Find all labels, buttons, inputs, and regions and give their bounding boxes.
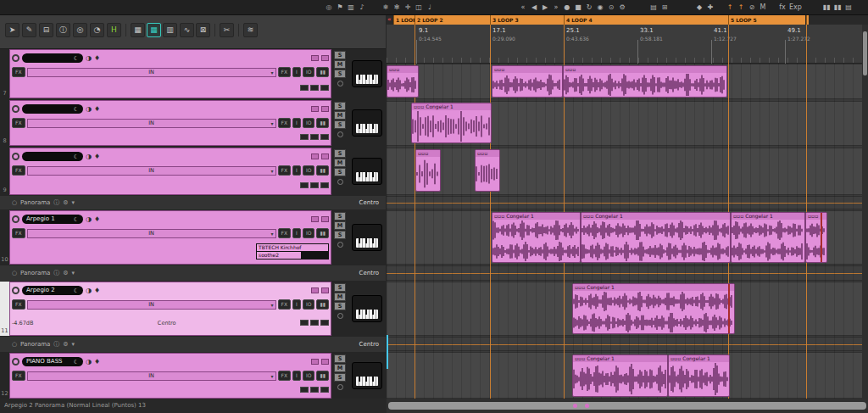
time-ruler[interactable]: 9.10:14.545 17.10:29.090 25.10:43.636 33… xyxy=(387,25,868,64)
input-select[interactable]: IN▾ xyxy=(27,371,276,381)
fx-chip[interactable]: FX xyxy=(278,371,292,381)
automation-circle[interactable] xyxy=(337,242,343,248)
target-icon[interactable]: ◎ xyxy=(325,0,333,15)
fx-chip[interactable]: FX xyxy=(278,118,292,128)
track-lane[interactable] xyxy=(387,148,868,195)
up-arrow-icon[interactable]: ↑ xyxy=(726,0,734,15)
audio-clip[interactable]: ▫▫▫ xyxy=(387,65,419,98)
mute-button[interactable]: M xyxy=(334,364,346,372)
horizontal-scrollbar[interactable] xyxy=(387,399,868,413)
track-header[interactable]: 9 ☾ ◑ ♦ FX IN▾ FXIIO▮▮ SMS xyxy=(0,148,386,195)
track-name-field[interactable]: ☾ xyxy=(22,104,83,114)
pan-knob-icon[interactable]: ◑ xyxy=(86,358,92,366)
automation-circle[interactable] xyxy=(337,384,343,390)
draw-tool[interactable]: ✎ xyxy=(22,23,36,37)
pan-knob-icon[interactable]: ◑ xyxy=(86,54,92,63)
track-name-field[interactable]: Arpegio 2☾ xyxy=(22,286,83,295)
audio-clip[interactable]: ▫▫▫Congelar 1 xyxy=(581,212,731,263)
meter-chip[interactable]: ▮▮ xyxy=(316,165,329,176)
flag-icon[interactable]: ⚑ xyxy=(336,0,344,15)
io-chip[interactable]: IO xyxy=(303,118,315,128)
meter-chip[interactable]: ▮▮ xyxy=(316,371,329,381)
mute-button[interactable]: M xyxy=(334,159,346,167)
record-arm-button[interactable] xyxy=(12,358,19,366)
step-back-button[interactable]: ◀ xyxy=(530,0,538,15)
forward-button[interactable]: » xyxy=(552,0,560,15)
window-icon[interactable]: ◫ xyxy=(415,0,423,15)
tracks-view-icon[interactable]: ▤ xyxy=(649,0,658,15)
track-name-field[interactable]: ☾ xyxy=(22,152,83,161)
gear-icon[interactable]: ⚙ xyxy=(63,341,68,348)
meter-icon[interactable]: ▮▮ xyxy=(822,0,831,15)
automation-box[interactable] xyxy=(311,359,319,365)
input-echo-chip[interactable]: I xyxy=(292,67,301,77)
loop-marker[interactable]: 2 LOOP 2 xyxy=(415,15,490,25)
grid-large-button[interactable]: ▥ xyxy=(163,23,177,37)
pan-knob-icon[interactable]: ◑ xyxy=(86,105,92,114)
audio-clip[interactable]: ▫▫▫ xyxy=(415,149,441,192)
erase-tool[interactable]: ⊟ xyxy=(39,23,53,37)
lock-tool[interactable]: ⊠ xyxy=(196,23,210,37)
cross-icon[interactable]: ✚ xyxy=(706,0,715,15)
solo-button[interactable]: S xyxy=(334,168,346,176)
track-header-selected[interactable]: 11 Arpegio 2☾ ◑ ♦ FX IN▾ FXIIO▮▮ -4.67dB… xyxy=(0,282,386,336)
fx-chip[interactable]: FX xyxy=(278,299,292,310)
fx-toggle-chip[interactable]: FX xyxy=(12,228,25,238)
loop-marker[interactable]: 3 LOOP 3 xyxy=(490,15,564,25)
input-select[interactable]: IN▾ xyxy=(27,166,276,176)
meter-chip[interactable]: ▮▮ xyxy=(316,67,329,77)
automation-box[interactable] xyxy=(311,153,319,159)
automation-box[interactable] xyxy=(321,153,329,159)
vertical-scrollbar[interactable] xyxy=(862,25,868,399)
automation-lane[interactable] xyxy=(387,196,868,209)
track-name-field[interactable]: PIANO BASS☾ xyxy=(22,357,83,366)
metronome-icon[interactable]: ♩ xyxy=(426,0,434,15)
list-icon[interactable]: ▤ xyxy=(844,0,853,15)
track-name-field[interactable]: ☾ xyxy=(22,53,83,63)
loop-marker[interactable]: 5 LOOP 5 xyxy=(728,15,805,25)
audio-clip[interactable]: ▫▫▫ xyxy=(805,212,827,263)
solo-button[interactable]: S xyxy=(334,231,346,239)
fx-plugin-item[interactable]: soothe2 xyxy=(257,252,301,259)
loop-marker[interactable]: 4 LOOP 4 xyxy=(564,15,728,25)
fx-toggle-chip[interactable]: FX xyxy=(12,165,25,176)
pan-knob-icon[interactable]: ◑ xyxy=(86,153,92,161)
input-select[interactable]: IN▾ xyxy=(27,119,276,128)
meter-icon[interactable]: ▮▮ xyxy=(833,0,842,15)
record-arm-button[interactable] xyxy=(12,153,19,160)
piano-instrument-icon[interactable] xyxy=(352,362,382,389)
mute-button[interactable]: M xyxy=(334,60,346,69)
fx-toggle-chip[interactable]: FX xyxy=(12,118,25,128)
piano-instrument-icon[interactable] xyxy=(352,109,382,137)
io-chip[interactable]: IO xyxy=(303,67,315,77)
pointer-tool[interactable]: ➤ xyxy=(5,23,19,37)
panorama-lane-row[interactable]: ○ Panorama ⓘ ⚙ ▾ Centro xyxy=(0,196,386,209)
info-icon[interactable]: ⓘ xyxy=(53,340,59,349)
automation-box[interactable] xyxy=(321,106,329,112)
meter-chip[interactable]: ▮▮ xyxy=(316,228,329,238)
input-echo-chip[interactable]: I xyxy=(292,299,301,310)
rewind-markers-icon[interactable]: « xyxy=(387,15,392,25)
automation-box[interactable] xyxy=(311,287,319,293)
io-chip[interactable]: IO xyxy=(303,228,315,238)
piano-instrument-icon[interactable] xyxy=(352,295,382,322)
record-arm-button[interactable] xyxy=(12,287,19,294)
loop-marker[interactable]: 1 LOOP xyxy=(393,15,415,25)
automation-circle[interactable] xyxy=(337,313,343,319)
grid-snap-button[interactable]: ▦ xyxy=(147,23,161,37)
solo-button[interactable]: S xyxy=(334,120,346,129)
fx-chip[interactable]: FX xyxy=(278,165,292,176)
input-select[interactable]: IN▾ xyxy=(27,68,276,77)
sync-icon[interactable]: ⊙ xyxy=(607,0,615,15)
wave-tool[interactable]: ∿ xyxy=(180,23,194,37)
solo-button[interactable]: S xyxy=(334,373,346,382)
automation-circle[interactable] xyxy=(337,81,343,87)
track-header[interactable]: 8 ☾ ◑ ♦ FX IN▾ FXIIO▮▮ SMS xyxy=(0,100,386,146)
automation-lane[interactable] xyxy=(387,265,868,281)
solo-button[interactable]: S xyxy=(334,283,346,292)
caret-down-icon[interactable]: ▾ xyxy=(72,199,75,206)
track-header[interactable]: 10 Arpegio 1☾ ◑ ♦ FX IN▾ FXIIO▮▮ TBTECH … xyxy=(0,210,386,265)
solo-button[interactable]: S xyxy=(334,354,346,363)
caret-down-icon[interactable]: ▾ xyxy=(72,270,75,276)
automation-box[interactable] xyxy=(311,216,319,222)
